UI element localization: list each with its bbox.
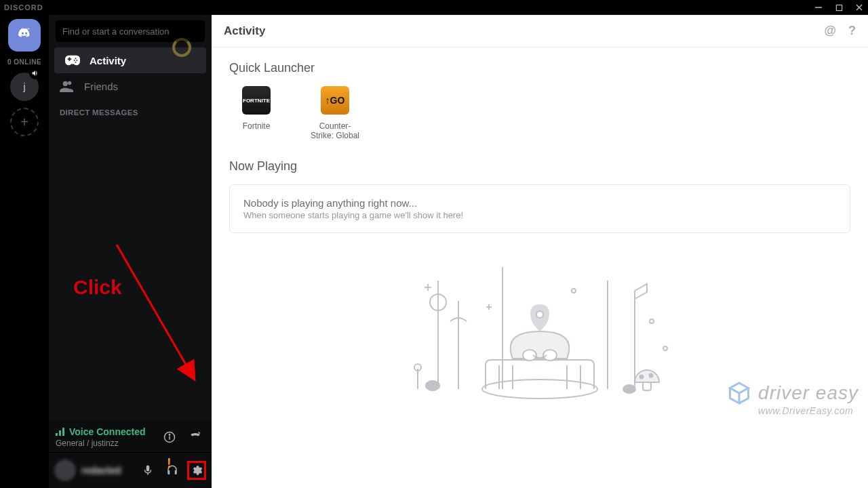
launcher-label: Fortnite [243,121,271,131]
home-dm-button[interactable] [8,19,41,52]
svg-line-4 [117,245,193,376]
svg-rect-1 [836,5,842,10]
svg-point-30 [640,375,644,379]
dm-search-placeholder: Find or start a conversation [62,26,170,37]
speaker-badge-icon [29,67,41,79]
svg-point-31 [650,374,653,378]
gear-icon [191,464,203,476]
user-display-name: redacted [81,465,133,476]
svg-rect-6 [59,430,61,436]
launcher-item-csgo[interactable]: ↑GO Counter-Strike: Global [308,86,362,140]
svg-rect-32 [643,382,651,390]
svg-point-12 [426,381,439,390]
quick-launcher-title: Quick Launcher [229,61,850,75]
window-maximize-icon[interactable] [834,3,844,12]
add-server-button[interactable]: + [10,108,39,136]
signal-icon [56,428,65,436]
annotation-click-label: Click [73,276,122,299]
nav-friends-label: Friends [84,81,118,92]
mentions-icon[interactable]: @ [824,24,836,38]
loading-spinner-icon [172,38,191,57]
nav-friends[interactable]: Friends [49,73,212,99]
annotation-arrow [49,218,212,421]
window-close-icon[interactable] [854,3,864,12]
dm-section-header: DIRECT MESSAGES [49,99,212,121]
fortnite-thumbnail: FORTNITE [242,86,271,115]
svg-point-20 [650,319,654,323]
svg-point-10 [169,434,170,436]
help-icon[interactable]: ? [848,24,856,38]
server-avatar-initial: j [23,81,25,92]
svg-rect-5 [56,433,58,436]
deafen-button[interactable]: ! [163,461,182,480]
svg-point-21 [663,346,667,350]
content-header: Activity @ ? [212,15,868,47]
svg-rect-7 [62,428,64,436]
voice-channel-name[interactable]: General / justinzz [56,439,146,448]
user-panel: redacted ! [49,453,212,488]
window-titlebar: DISCORD [0,0,868,15]
mute-mic-button[interactable] [138,461,157,480]
warning-indicator-icon: ! [167,455,174,470]
disconnect-call-icon[interactable] [186,428,205,447]
nav-activity-label: Activity [90,55,126,66]
server-avatar[interactable]: j [10,73,39,101]
voice-status-panel: Voice Connected General / justinzz [49,421,212,453]
svg-point-27 [523,350,536,361]
svg-point-28 [543,350,557,361]
csgo-thumbnail: ↑GO [321,86,349,115]
user-avatar[interactable] [54,460,76,481]
voice-connected-status: Voice Connected [56,426,146,437]
empty-state-line2: When someone starts playing a game we'll… [243,210,836,220]
discord-logo-icon [15,26,34,45]
svg-point-19 [572,289,576,293]
now-playing-empty-card: Nobody is playing anything right now... … [229,184,850,233]
user-settings-button[interactable] [187,461,206,480]
gamepad-icon [65,54,80,66]
watermark: driver easy www.DriverEasy.com [727,381,859,416]
discord-wordmark: DISCORD [4,3,43,12]
page-title: Activity [224,24,265,38]
launcher-item-fortnite[interactable]: FORTNITE Fortnite [229,86,283,140]
watermark-brand: driver easy [758,382,859,404]
empty-state-line1: Nobody is playing anything right now... [243,197,836,209]
now-playing-title: Now Playing [229,159,850,174]
launcher-label: Counter-Strike: Global [308,121,362,140]
microphone-icon [142,464,154,476]
svg-point-29 [536,311,543,318]
watermark-url: www.DriverEasy.com [758,405,859,416]
info-icon[interactable] [160,428,179,447]
friends-icon [60,80,75,92]
online-count-label: 0 ONLINE [7,58,41,66]
svg-point-18 [623,385,635,393]
watermark-cube-icon [727,381,751,405]
window-minimize-icon[interactable] [814,3,823,12]
